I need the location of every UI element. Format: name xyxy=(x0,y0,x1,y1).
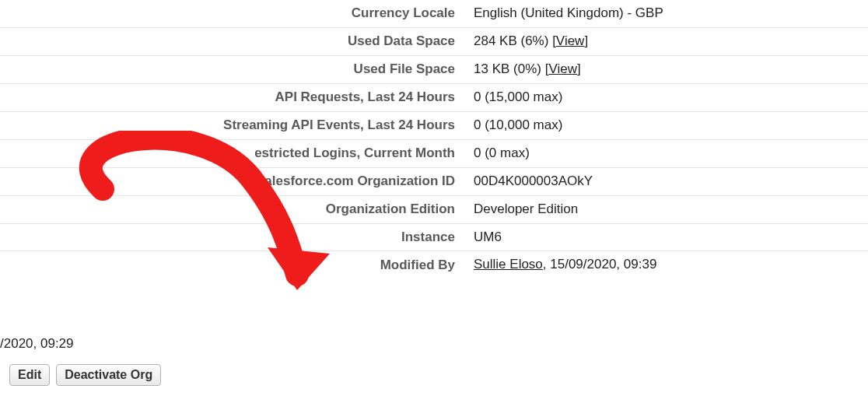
label-modified-by: Modified By xyxy=(0,252,463,279)
row-used-file-space: Used File Space 13 KB (0%) [View] xyxy=(0,55,868,83)
row-restricted-logins: estricted Logins, Current Month 0 (0 max… xyxy=(0,139,868,167)
left-clipped-date: /2020, 09:29 xyxy=(0,336,74,352)
value-streaming-api: 0 (10,000 max) xyxy=(463,112,868,139)
value-instance: UM6 xyxy=(463,224,868,251)
value-org-id: 00D4K000003AOkY xyxy=(463,168,868,195)
text-used-data-space: 284 KB (6%) xyxy=(474,33,548,48)
row-org-id: Salesforce.com Organization ID 00D4K0000… xyxy=(0,167,868,195)
action-buttons: Edit Deactivate Org xyxy=(9,364,161,386)
link-view-data-space[interactable]: View xyxy=(556,33,585,48)
value-restricted-logins: 0 (0 max) xyxy=(463,140,868,167)
row-streaming-api: Streaming API Events, Last 24 Hours 0 (1… xyxy=(0,111,868,139)
text-used-file-space: 13 KB (0%) xyxy=(474,61,541,76)
label-streaming-api: Streaming API Events, Last 24 Hours xyxy=(0,112,463,138)
label-restricted-logins: estricted Logins, Current Month xyxy=(0,140,463,166)
label-org-id: Salesforce.com Organization ID xyxy=(0,168,463,194)
value-api-requests: 0 (15,000 max) xyxy=(463,84,868,111)
row-used-data-space: Used Data Space 284 KB (6%) [View] xyxy=(0,27,868,55)
label-org-edition: Organization Edition xyxy=(0,196,463,223)
deactivate-org-button[interactable]: Deactivate Org xyxy=(56,364,161,386)
row-modified-by: Modified By Sullie Eloso, 15/09/2020, 09… xyxy=(0,251,868,279)
value-modified-by: Sullie Eloso, 15/09/2020, 09:39 xyxy=(463,251,868,279)
label-used-file-space: Used File Space xyxy=(0,56,463,82)
row-currency-locale: Currency Locale English (United Kingdom)… xyxy=(0,0,868,27)
value-used-file-space: 13 KB (0%) [View] xyxy=(463,56,868,83)
value-org-edition: Developer Edition xyxy=(463,196,868,223)
row-org-edition: Organization Edition Developer Edition xyxy=(0,195,868,223)
link-view-file-space[interactable]: View xyxy=(548,61,577,76)
label-api-requests: API Requests, Last 24 Hours xyxy=(0,84,463,110)
row-api-requests: API Requests, Last 24 Hours 0 (15,000 ma… xyxy=(0,83,868,111)
value-used-data-space: 284 KB (6%) [View] xyxy=(463,28,868,55)
link-modified-by-user[interactable]: Sullie Eloso xyxy=(474,257,543,272)
text-modified-by-when: , 15/09/2020, 09:39 xyxy=(543,257,657,272)
org-detail-table: Currency Locale English (United Kingdom)… xyxy=(0,0,868,279)
row-instance: Instance UM6 xyxy=(0,223,868,251)
label-used-data-space: Used Data Space xyxy=(0,28,463,54)
value-currency-locale: English (United Kingdom) - GBP xyxy=(463,0,868,27)
label-currency-locale: Currency Locale xyxy=(0,0,463,26)
label-instance: Instance xyxy=(0,224,463,251)
edit-button[interactable]: Edit xyxy=(9,364,50,386)
